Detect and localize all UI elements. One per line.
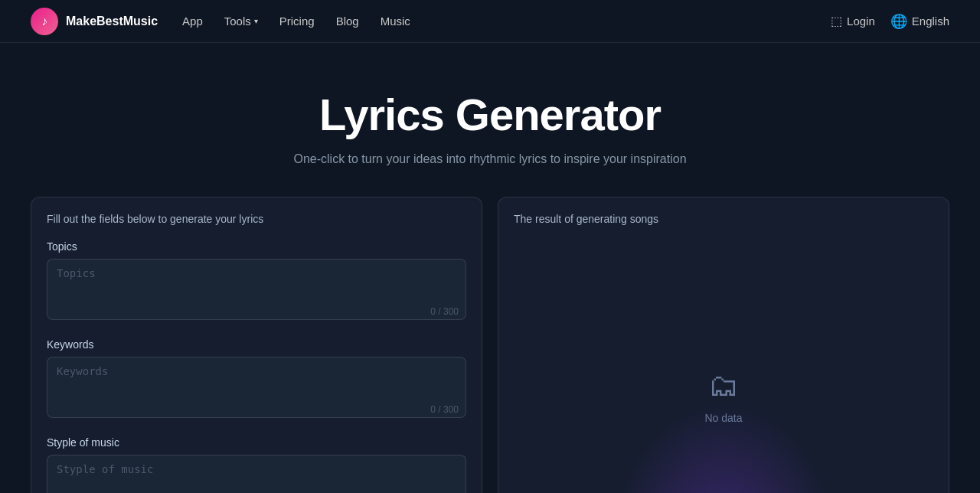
main-content: Fill out the fields below to generate yo… <box>0 197 980 493</box>
brand-link[interactable]: ♪ MakeBestMusic <box>31 8 158 35</box>
nav-blog[interactable]: Blog <box>336 15 359 28</box>
hero-title: Lyrics Generator <box>15 89 965 140</box>
topics-char-count: 0 / 300 <box>430 306 459 317</box>
nav-app[interactable]: App <box>182 15 203 28</box>
keywords-group: Keywords 0 / 300 <box>47 338 466 421</box>
tools-chevron-icon: ▾ <box>254 17 258 25</box>
style-group: Styple of music 0 / 120 poptrancepianora… <box>47 436 466 493</box>
topics-group: Topics 0 / 300 <box>47 240 466 323</box>
right-panel-header: The result of generating songs <box>514 213 933 225</box>
style-input[interactable] <box>47 455 466 493</box>
style-textarea-wrapper: 0 / 120 <box>47 455 466 493</box>
left-panel: Fill out the fields below to generate yo… <box>31 197 482 493</box>
brand-logo-icon: ♪ <box>31 8 58 35</box>
nav-tools[interactable]: Tools ▾ <box>224 15 258 28</box>
no-data-container: 🗂 No data <box>514 240 933 493</box>
hero-section: Lyrics Generator One-click to turn your … <box>0 43 980 197</box>
keywords-input[interactable] <box>47 357 466 418</box>
keywords-textarea-wrapper: 0 / 300 <box>47 357 466 421</box>
language-button[interactable]: 🌐 English <box>890 13 949 30</box>
left-panel-header: Fill out the fields below to generate yo… <box>47 213 466 225</box>
no-data-text: No data <box>704 412 742 424</box>
style-label: Styple of music <box>47 436 466 449</box>
nav-links: App Tools ▾ Pricing Blog Music <box>182 15 410 28</box>
nav-music[interactable]: Music <box>381 15 410 28</box>
no-data-icon: 🗂 <box>708 368 739 403</box>
navbar-right: ⬚ Login 🌐 English <box>831 13 949 30</box>
topics-input[interactable] <box>47 259 466 320</box>
navbar-left: ♪ MakeBestMusic App Tools ▾ Pricing Blog… <box>31 8 410 35</box>
nav-pricing[interactable]: Pricing <box>279 15 315 28</box>
topics-textarea-wrapper: 0 / 300 <box>47 259 466 323</box>
keywords-char-count: 0 / 300 <box>430 404 459 415</box>
login-button[interactable]: ⬚ Login <box>831 14 875 28</box>
topics-label: Topics <box>47 240 466 253</box>
brand-name: MakeBestMusic <box>66 15 158 28</box>
keywords-label: Keywords <box>47 338 466 351</box>
login-icon: ⬚ <box>831 14 842 28</box>
navbar: ♪ MakeBestMusic App Tools ▾ Pricing Blog… <box>0 0 980 43</box>
globe-icon: 🌐 <box>890 13 907 30</box>
hero-subtitle: One-click to turn your ideas into rhythm… <box>15 152 965 166</box>
right-panel: The result of generating songs 🗂 No data <box>498 197 949 493</box>
